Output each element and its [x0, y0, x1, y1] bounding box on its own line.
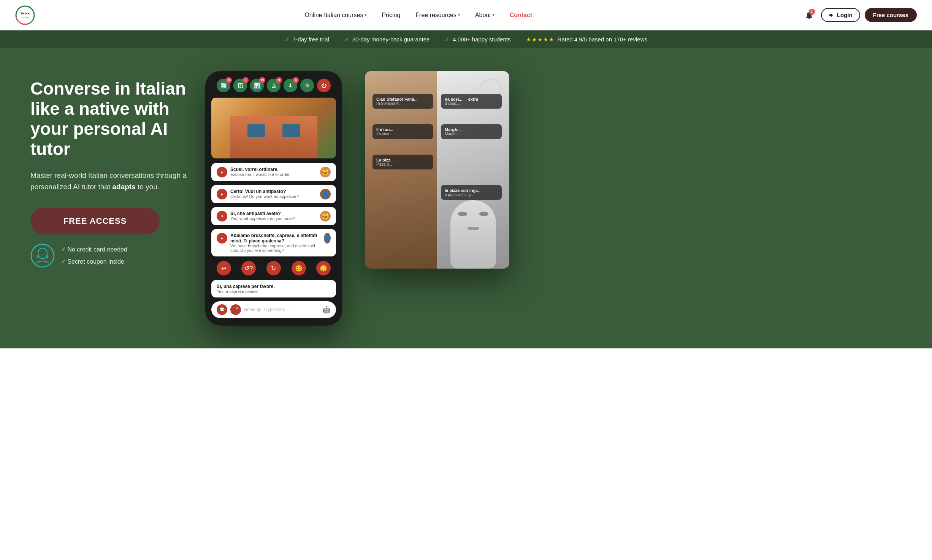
nav-item-pricing[interactable]: Pricing — [376, 9, 406, 22]
phone-icon-print[interactable]: 🖨 3 — [267, 79, 281, 92]
emoji-icon: 🤖 — [322, 305, 331, 314]
nav-item-contact[interactable]: Contact — [504, 9, 539, 22]
phone-scene-image — [211, 98, 336, 158]
chat-message-3: ⏸ Sì, che antipasti avete? Yes, what app… — [211, 207, 336, 225]
banner-item-guarantee: ✓ 30-day money-back guarantee — [344, 36, 430, 43]
ai-chat-sub-2: It's your... — [376, 132, 430, 136]
svg-text:THINK: THINK — [21, 12, 30, 15]
ai-face-image: Ciao Stefano! Fami... Hi Stefano! Al... … — [365, 71, 509, 269]
banner-item-trial: ✓ 7-day free trial — [285, 36, 329, 43]
avatar-icon — [30, 244, 55, 268]
chat-message-4: ▶ Abbiamo bruschette, caprese, e affetta… — [211, 229, 336, 256]
login-button[interactable]: Login — [821, 8, 860, 22]
header-actions: 1 Login Free courses — [802, 8, 917, 22]
nav-item-about[interactable]: About ▾ — [469, 9, 501, 22]
pause-icon: ⏸ — [217, 211, 227, 221]
play-icon: ▶ — [217, 189, 227, 199]
phone-top-bar: 🔄 8 🖼 5 📊 13 🖨 3 ⬇ 4 — [211, 79, 336, 92]
msg-italian-2: Certo! Vuoi un antipasto? — [230, 189, 299, 194]
action-btn-undo[interactable]: ↩ — [217, 261, 231, 275]
phone-icon-power[interactable]: ⏻ — [317, 79, 331, 92]
ai-card: Ciao Stefano! Fami... Hi Stefano! Al... … — [365, 71, 509, 269]
hero-text: Converse in Italian like a native with y… — [30, 71, 190, 272]
phone-icon-chart[interactable]: 📊 13 — [250, 79, 264, 92]
action-btn-repeat[interactable]: ↻ — [266, 261, 281, 275]
play-icon: ▶ — [217, 167, 227, 177]
nav-item-online-italian-courses[interactable]: Online Italian courses ▾ — [299, 9, 373, 22]
ai-chat-line-5: Margh... — [445, 127, 498, 132]
msg-english-3: Yes, what appetizers do you have? — [230, 216, 295, 221]
chat-message-2: ▶ Certo! Vuoi un antipasto? Certainly! D… — [211, 185, 336, 203]
main-nav: Online Italian courses ▾ Pricing Free re… — [35, 9, 802, 22]
phone-icon-refresh[interactable]: 🔄 8 — [217, 79, 230, 92]
check-icon: ✓ — [445, 36, 450, 43]
notification-button[interactable]: 1 — [802, 8, 816, 22]
action-btn-refresh-question[interactable]: ↺? — [241, 261, 256, 275]
mic-icon[interactable]: 🎤 — [230, 304, 241, 315]
chat-message-1: ▶ Scusi, vorrei ordinare. Excuse me, I w… — [211, 163, 336, 181]
checklist: No credit card needed Secret coupon insi… — [61, 244, 127, 268]
last-message: Sì, una caprese per favore. Yes, a capre… — [211, 280, 336, 297]
phone-icon-download[interactable]: ⬇ 4 — [284, 79, 297, 92]
phone-icon-image[interactable]: 🖼 5 — [233, 79, 247, 92]
ai-panel: Ciao Stefano! Fami... Hi Stefano! Al... … — [365, 71, 909, 269]
chevron-down-icon: ▾ — [493, 13, 495, 17]
stars-icon: ★★★★★ — [526, 36, 555, 43]
notification-badge: 1 — [809, 9, 815, 15]
ai-chat-line-1: Ciao Stefano! Fami... — [376, 97, 430, 101]
msg-italian-3: Sì, che antipasti avete? — [230, 211, 295, 216]
msg-italian-4: Abbiamo bruschette, caprese, e affettati… — [230, 233, 321, 244]
chat-icon[interactable]: 💬 — [217, 304, 227, 315]
phone-input-placeholder[interactable]: Scrivi qui / type here... — [244, 307, 319, 312]
action-btn-sad[interactable]: 😞 — [316, 261, 331, 275]
ai-chat-line-2: Il è tuo... — [376, 127, 430, 132]
banner-item-rating: ★★★★★ Rated 4.9/5 based on 170+ reviews — [526, 36, 647, 43]
last-msg-english: Yes, a caprese please. — [217, 289, 331, 294]
msg-italian-1: Scusi, vorrei ordinare. — [230, 167, 290, 172]
banner-item-students: ✓ 4,000+ happy students — [445, 36, 510, 43]
ai-chat-sub-4: d choic... — [445, 101, 498, 106]
ai-chat-sub-3: Pizza d... — [376, 162, 430, 166]
msg-english-2: Certainly! Do you want an appetizer? — [230, 194, 299, 199]
chat-messages: ▶ Scusi, vorrei ordinare. Excuse me, I w… — [211, 163, 336, 256]
ai-chat-sub-1: Hi Stefano! Al... — [376, 101, 430, 106]
login-icon — [829, 12, 835, 18]
phone-icon-settings[interactable]: ⚙ — [300, 79, 314, 92]
play-icon: ▶ — [217, 233, 227, 244]
ai-chat-line-6: la pizza con ingr... — [445, 188, 498, 193]
chevron-down-icon: ▾ — [365, 13, 366, 17]
logo[interactable]: THINK in Italian — [15, 5, 35, 25]
svg-text:in Italian: in Italian — [21, 16, 29, 19]
chevron-down-icon: ▾ — [458, 13, 460, 17]
svg-point-5 — [38, 248, 47, 259]
header: THINK in Italian Online Italian courses … — [0, 0, 932, 30]
msg-english-4: We have bruschetta, caprese, and mixed c… — [230, 244, 321, 253]
nav-item-free-resources[interactable]: Free resources ▾ — [409, 9, 466, 22]
free-courses-button[interactable]: Free courses — [865, 8, 917, 22]
ai-chat-line-4: na scel... extra — [445, 97, 498, 101]
hero-section: Converse in Italian like a native with y… — [0, 48, 932, 348]
check-icon: ✓ — [344, 36, 349, 43]
phone-mockup: 🔄 8 🖼 5 📊 13 🖨 3 ⬇ 4 — [205, 71, 350, 326]
msg-english-1: Excuse me, I would like to order. — [230, 172, 290, 177]
last-msg-italian: Sì, una caprese per favore. — [217, 284, 331, 289]
hero-title: Converse in Italian like a native with y… — [30, 79, 190, 159]
trust-banner: ✓ 7-day free trial ✓ 30-day money-back g… — [0, 30, 932, 48]
avatar-row: No credit card needed Secret coupon insi… — [30, 244, 190, 268]
action-btn-happy[interactable]: 😊 — [292, 261, 306, 275]
phone-action-row: ↩ ↺? ↻ 😊 😞 — [211, 261, 336, 275]
check-icon: ✓ — [285, 36, 290, 43]
hero-subtitle: Master real-world Italian conversations … — [30, 170, 190, 193]
ai-chat-line-3: La pizz... — [376, 158, 430, 162]
free-access-button[interactable]: FREE ACCESS — [30, 208, 160, 234]
phone-input-bar: 💬 🎤 Scrivi qui / type here... 🤖 — [211, 301, 336, 318]
ai-chat-sub-5: Marghe... — [445, 132, 498, 136]
